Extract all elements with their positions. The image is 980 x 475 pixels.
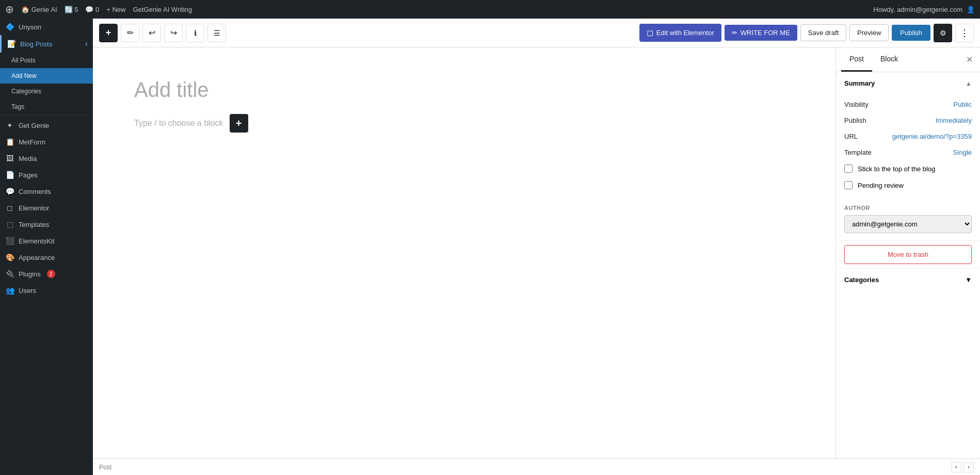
template-label: Template [844,149,872,156]
sidebar-item-unyson[interactable]: 🔷 Unyson [0,19,93,35]
sidebar-item-label: MetForm [19,138,45,146]
url-link[interactable]: getgenie.ai/demo/?p=3359 [892,133,972,140]
admin-bar-updates[interactable]: 🔄 5 [65,6,78,13]
list-view-button[interactable]: ☰ [207,24,226,42]
template-value[interactable]: Single [953,149,972,156]
move-to-trash-button[interactable]: Move to trash [844,245,972,264]
admin-bar-plugin[interactable]: GetGenie AI Writing [133,6,192,13]
sidebar-item-label: Pages [19,171,38,179]
sidebar-item-media[interactable]: 🖼 Media [0,150,93,167]
pending-review-checkbox[interactable] [844,181,853,189]
edit-elementor-label: Edit with Elementor [656,29,714,37]
summary-title: Summary [844,79,875,87]
url-row: URL getgenie.ai/demo/?p=3359 [844,128,972,144]
bottom-label: Post [99,464,111,471]
sidebar-item-comments[interactable]: 💬 Comments [0,183,93,200]
sidebar-item-get-genie[interactable]: ✦ Get Genie [0,117,93,134]
summary-body: Visibility Public Publish Immediately UR… [836,94,980,201]
sidebar-item-label: Media [19,155,37,162]
right-panel: Post Block ✕ Summary ▲ Visibility Public [836,47,980,458]
admin-bar-home[interactable]: 🏠 Genie AI [21,6,57,13]
editor-toolbar: + ✏ ↩ ↪ ℹ ☰ ◻ Edit with Elementor ✏ WRIT… [93,19,980,47]
templates-icon: ⬚ [5,220,14,228]
panel-close-button[interactable]: ✕ [964,53,975,67]
summary-header[interactable]: Summary ▲ [836,72,980,94]
get-genie-icon: ✦ [5,121,14,129]
add-block-toolbar-button[interactable]: + [99,24,118,42]
more-options-button[interactable]: ⋮ [955,24,974,42]
template-row: Template Single [844,144,972,160]
author-label: AUTHOR [844,205,972,211]
sidebar-item-users[interactable]: 👥 Users [0,282,93,299]
author-select[interactable]: admin@getgenie.com [844,215,972,233]
sidebar-item-add-new[interactable]: Add New [0,68,93,84]
sidebar-item-elementor[interactable]: ◻ Elementor [0,200,93,216]
pending-review-row: Pending review [844,177,972,193]
tab-block[interactable]: Block [872,47,906,72]
write-for-me-button[interactable]: ✏ WRITE FOR ME [725,25,797,41]
admin-bar-greeting[interactable]: Howdy, admin@getgenie.com [873,6,962,13]
categories-chevron-icon: ▼ [965,276,972,284]
sidebar-item-label: Users [19,287,36,294]
undo-button[interactable]: ↩ [142,24,161,42]
panel-tabs: Post Block ✕ [836,47,980,72]
sidebar-item-tags[interactable]: Tags [0,99,93,114]
categories-title: Categories [844,276,879,284]
sidebar-item-templates[interactable]: ⬚ Templates [0,216,93,233]
scroll-right-button[interactable]: › [963,462,974,472]
write-for-me-icon: ✏ [732,29,737,37]
scroll-left-button[interactable]: ‹ [951,462,961,472]
editor-placeholder: Type / to choose a block + [134,114,794,133]
publish-label: Publish [844,117,866,124]
admin-bar-comments[interactable]: 💬 0 [85,6,99,13]
url-label: URL [844,133,858,140]
blog-posts-icon: 📝 [7,40,16,48]
users-icon: 👥 [5,286,14,294]
info-button[interactable]: ℹ [186,24,204,42]
edit-button[interactable]: ✏ [121,24,139,42]
write-for-me-label: WRITE FOR ME [741,29,790,37]
sidebar-item-label: Get Genie [19,122,49,129]
editor-area: + ✏ ↩ ↪ ℹ ☰ ◻ Edit with Elementor ✏ WRIT… [93,19,980,475]
media-icon: 🖼 [5,154,14,162]
sidebar-item-metform[interactable]: 📋 MetForm [0,134,93,150]
sidebar-item-all-posts[interactable]: All Posts [0,53,93,68]
settings-button[interactable]: ⚙ [934,24,952,42]
visibility-row: Visibility Public [844,96,972,112]
sidebar-item-blog-posts[interactable]: 📝 Blog Posts ‹ [0,35,93,53]
visibility-label: Visibility [844,101,869,108]
categories-header[interactable]: Categories ▼ [836,269,980,291]
save-draft-button[interactable]: Save draft [800,24,846,41]
redo-button[interactable]: ↪ [164,24,183,42]
sidebar-item-label: Elementor [19,204,49,212]
comments-icon: 💬 [5,187,14,195]
updates-count: 5 [74,6,78,13]
add-block-button[interactable]: + [230,114,248,133]
sidebar-item-appearance[interactable]: 🎨 Appearance [0,249,93,266]
sidebar-item-label: Templates [19,221,49,228]
post-title-input[interactable]: Add title [134,78,794,102]
pages-icon: 📄 [5,171,14,179]
sidebar-item-label: ElementsKit [19,237,54,245]
plugins-badge: 2 [47,270,55,278]
sidebar-item-elementskit[interactable]: ⬛ ElementsKit [0,233,93,249]
url-value[interactable]: getgenie.ai/demo/?p=3359 [892,133,972,140]
title-placeholder: Add title [134,78,209,101]
publish-button[interactable]: Publish [892,25,930,41]
appearance-icon: 🎨 [5,253,14,261]
admin-bar-new[interactable]: + New [106,6,125,13]
sidebar-item-categories[interactable]: Categories [0,84,93,99]
editor-canvas[interactable]: Add title Type / to choose a block + [93,47,836,458]
sidebar-item-pages[interactable]: 📄 Pages [0,167,93,183]
tab-post[interactable]: Post [841,47,872,72]
publish-value[interactable]: Immediately [936,117,972,124]
wp-logo-icon[interactable]: ⊕ [5,3,14,15]
sidebar-item-plugins[interactable]: 🔌 Plugins 2 [0,266,93,282]
sidebar: 🔷 Unyson 📝 Blog Posts ‹ All Posts Add Ne… [0,19,93,475]
visibility-value[interactable]: Public [954,101,972,108]
sidebar-item-label: Add New [11,72,37,79]
sidebar-item-label: Unyson [19,23,41,31]
preview-button[interactable]: Preview [849,24,889,41]
edit-with-elementor-button[interactable]: ◻ Edit with Elementor [639,24,721,42]
stick-to-top-checkbox[interactable] [844,165,853,173]
